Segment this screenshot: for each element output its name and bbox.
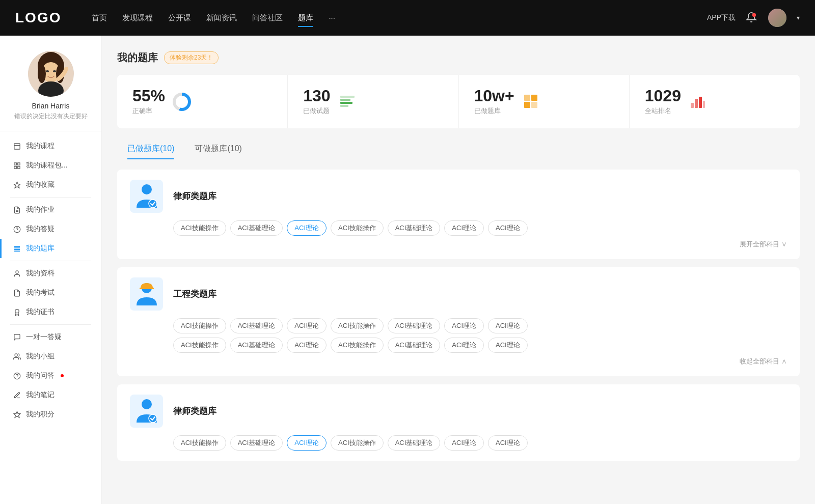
expand-link-1[interactable]: 展开全部科目 ∨ [130,240,787,249]
svg-rect-31 [340,96,355,98]
tag-2-r1-3[interactable]: ACI技能操作 [331,318,384,333]
sidebar-label-group: 我的小组 [26,352,55,361]
svg-rect-46 [140,288,154,289]
sidebar-item-group[interactable]: 我的小组 [0,347,101,366]
collapse-link-2[interactable]: 收起全部科目 ∧ [130,357,787,366]
tag-3-1[interactable]: ACI基础理论 [230,435,283,451]
tag-2-r1-1[interactable]: ACI基础理论 [230,318,283,333]
homework-icon [13,206,21,214]
qbank-tags-2-row1: ACI技能操作 ACI基础理论 ACI理论 ACI技能操作 ACI基础理论 AC… [173,318,787,333]
tag-3-6[interactable]: ACI理论 [488,435,528,451]
tag-2-r1-2[interactable]: ACI理论 [287,318,327,333]
question-icon [13,225,21,233]
tag-1-3[interactable]: ACI技能操作 [331,220,384,236]
svg-point-25 [16,270,18,273]
chevron-down-icon[interactable]: ▾ [797,14,800,21]
svg-rect-15 [17,166,19,168]
nav-qbank[interactable]: 题库 [298,11,313,25]
exam-icon [13,289,21,297]
sidebar-item-profile[interactable]: 我的资料 [0,264,101,283]
tag-3-3[interactable]: ACI技能操作 [331,435,384,451]
svg-marker-16 [14,182,20,188]
nav-news[interactable]: 新闻资讯 [206,11,237,25]
sidebar-item-myqa[interactable]: 我的问答 [0,366,101,385]
svg-rect-22 [14,247,19,248]
svg-point-43 [142,184,152,194]
sidebar-label-1on1: 一对一答疑 [26,332,62,342]
tag-1-4[interactable]: ACI基础理论 [388,220,441,236]
sidebar-item-cert[interactable]: 我的证书 [0,302,101,322]
sidebar-label-notes: 我的笔记 [26,390,55,400]
tag-2-r2-2[interactable]: ACI理论 [287,338,327,353]
profile-motto: 错误的决定比没有决定要好 [10,112,91,121]
qbank-title-3: 律师类题库 [173,405,216,417]
course-icon [13,142,21,150]
qbank-icon-lawyer-1 [130,180,163,213]
trial-badge: 体验剩余23天！ [164,51,219,64]
header: LOGO 首页 发现课程 公开课 新闻资讯 问答社区 题库 ··· APP下载 … [0,0,815,36]
logo[interactable]: LOGO [15,10,61,26]
qbank-card-3: 律师类题库 ACI技能操作 ACI基础理论 ACI理论 ACI技能操作 ACI基… [117,384,800,461]
avatar[interactable] [768,9,786,27]
tag-3-2[interactable]: ACI理论 [287,435,327,451]
sidebar-item-notes[interactable]: 我的笔记 [0,385,101,405]
sidebar-item-homework[interactable]: 我的作业 [0,200,101,219]
stat-done-q-value: 130 [303,88,330,104]
tag-2-r2-5[interactable]: ACI理论 [444,338,484,353]
nav-opencourse[interactable]: 公开课 [168,11,191,25]
sidebar-label-questions: 我的答疑 [26,225,55,234]
tag-2-r1-0[interactable]: ACI技能操作 [173,318,226,333]
sidebar-item-favorites[interactable]: 我的收藏 [0,175,101,194]
tag-2-r2-6[interactable]: ACI理论 [488,338,528,353]
tag-2-r1-6[interactable]: ACI理论 [488,318,528,333]
notification-bell-icon[interactable] [746,12,758,24]
sidebar-item-questions[interactable]: 我的答疑 [0,219,101,239]
sidebar-item-exam[interactable]: 我的考试 [0,283,101,302]
svg-rect-39 [691,103,694,108]
tag-2-r1-5[interactable]: ACI理论 [444,318,484,333]
sidebar-item-qbank[interactable]: 我的题库 [0,239,101,258]
package-icon [13,161,21,170]
tab-done[interactable]: 已做题库(10) [117,138,184,159]
tag-2-r2-3[interactable]: ACI技能操作 [331,338,384,353]
tag-1-5[interactable]: ACI理论 [444,220,484,236]
tag-1-2[interactable]: ACI理论 [287,220,327,236]
stats-row: 55% 正确率 130 已做试题 [117,75,800,128]
sidebar-item-points[interactable]: 我的积分 [0,405,101,424]
sidebar-item-1on1[interactable]: 一对一答疑 [0,327,101,347]
nav-home[interactable]: 首页 [92,11,107,25]
page-title: 我的题库 [117,51,158,65]
stat-done-q-label: 已做试题 [303,106,330,116]
svg-rect-35 [524,95,530,101]
app-download-button[interactable]: APP下载 [707,13,736,22]
nav-qa[interactable]: 问答社区 [252,11,283,25]
profile-section: Brian Harris 错误的决定比没有决定要好 [0,51,101,131]
tag-3-5[interactable]: ACI理论 [444,435,484,451]
svg-rect-21 [14,245,19,246]
nav-discover[interactable]: 发现课程 [122,11,153,25]
svg-point-44 [149,200,157,208]
tag-1-6[interactable]: ACI理论 [488,220,528,236]
sidebar-label-points: 我的积分 [26,410,55,419]
sidebar-item-my-courses[interactable]: 我的课程 [0,136,101,156]
tab-available[interactable]: 可做题库(10) [184,138,252,159]
qbank-card-1: 律师类题库 ACI技能操作 ACI基础理论 ACI理论 ACI技能操作 ACI基… [117,170,800,259]
tag-1-1[interactable]: ACI基础理论 [230,220,283,236]
tag-2-r2-1[interactable]: ACI基础理论 [230,338,283,353]
sidebar-label-course-packages: 我的课程包... [26,161,68,170]
tag-2-r2-0[interactable]: ACI技能操作 [173,338,226,353]
svg-rect-14 [14,166,16,168]
qbank-title-2: 工程类题库 [173,288,216,300]
qbank-icon-engineer [130,277,163,311]
points-icon [13,410,21,418]
bar-chart-icon [689,93,707,111]
tag-3-4[interactable]: ACI基础理论 [388,435,441,451]
tag-2-r1-4[interactable]: ACI基础理论 [388,318,441,333]
svg-rect-38 [531,102,537,108]
tag-2-r2-4[interactable]: ACI基础理论 [388,338,441,353]
sidebar-label-cert: 我的证书 [26,307,55,317]
sidebar-item-course-packages[interactable]: 我的课程包... [0,156,101,175]
tag-3-0[interactable]: ACI技能操作 [173,435,226,451]
tag-1-0[interactable]: ACI技能操作 [173,220,226,236]
nav-more[interactable]: ··· [329,11,335,25]
